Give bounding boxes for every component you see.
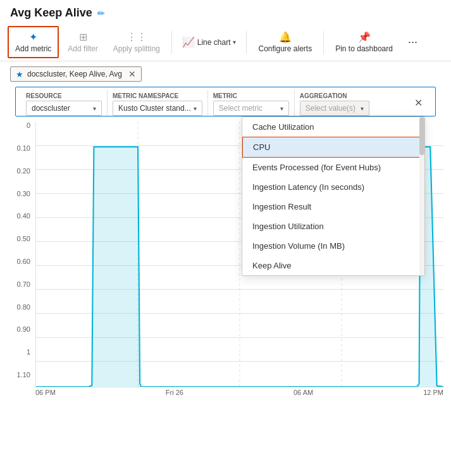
pin-to-dashboard-button[interactable]: 📌 Pin to dashboard xyxy=(329,27,399,57)
namespace-chevron: ▾ xyxy=(194,105,197,112)
tag-close-button[interactable]: ✕ xyxy=(128,69,136,79)
tag-icon: ★ xyxy=(16,70,23,79)
aggregation-dropdown[interactable]: Select value(s) ▾ xyxy=(300,101,369,116)
dropdown-item-4[interactable]: Ingestion Result xyxy=(242,197,424,216)
y-axis-label: 1 xyxy=(10,348,30,356)
metric-label: METRIC xyxy=(213,90,289,101)
resource-dropdown[interactable]: docscluster ▾ xyxy=(26,101,102,116)
metric-placeholder: Select metric xyxy=(219,104,263,113)
namespace-value: Kusto Cluster stand... xyxy=(118,104,191,113)
dropdown-item-5[interactable]: Ingestion Utilization xyxy=(242,216,424,236)
x-axis-label: Fri 26 xyxy=(166,389,183,396)
toolbar-separator-2 xyxy=(246,31,247,54)
col-sep-3 xyxy=(294,90,295,116)
configure-alerts-label: Configure alerts xyxy=(258,44,312,53)
toolbar: ✦ Add metric ⊞ Add filter ⋮⋮ Apply split… xyxy=(0,23,451,61)
x-axis: 06 PMFri 2606 AM12 PM xyxy=(35,387,443,398)
y-axis-label: 0.20 xyxy=(10,167,30,175)
resource-value: docscluster xyxy=(32,104,70,113)
y-axis-label: 1.10 xyxy=(10,371,30,379)
metric-chevron: ▾ xyxy=(280,105,283,112)
aggregation-placeholder: Select value(s) xyxy=(306,104,355,113)
y-axis-label: 0.90 xyxy=(10,325,30,333)
add-metric-label: Add metric xyxy=(15,44,51,53)
add-metric-icon: ✦ xyxy=(29,31,37,43)
dropdown-item-3[interactable]: Ingestion Latency (In seconds) xyxy=(242,177,424,197)
add-filter-label: Add filter xyxy=(68,44,97,53)
edit-icon[interactable]: ✏ xyxy=(97,8,105,18)
metric-tag: ★ docscluster, Keep Alive, Avg ✕ xyxy=(10,66,142,82)
resource-chevron: ▾ xyxy=(93,105,96,112)
namespace-column: METRIC NAMESPACE Kusto Cluster stand... … xyxy=(113,90,202,116)
line-chart-icon: 📈 xyxy=(182,36,195,48)
toolbar-separator-3 xyxy=(323,31,324,54)
line-chart-chevron[interactable]: ▾ xyxy=(233,39,236,46)
namespace-dropdown[interactable]: Kusto Cluster stand... ▾ xyxy=(113,101,202,116)
y-axis-label: 0.70 xyxy=(10,280,30,288)
resource-column: RESOURCE docscluster ▾ xyxy=(26,90,102,116)
line-chart-button[interactable]: 📈 Line chart ▾ xyxy=(177,32,242,52)
x-axis-label: 06 AM xyxy=(293,389,313,396)
pin-dashboard-label: Pin to dashboard xyxy=(335,44,393,53)
col-sep-2 xyxy=(207,90,208,116)
pin-icon: 📌 xyxy=(358,31,371,43)
metric-dropdown-menu: Cache UtilizationCPUEvents Processed (fo… xyxy=(242,116,425,276)
more-options-button[interactable]: ··· xyxy=(402,32,424,53)
col-sep-1 xyxy=(107,90,108,116)
y-axis-label: 0.50 xyxy=(10,235,30,242)
y-axis-label: 0.10 xyxy=(10,144,30,152)
add-filter-icon: ⊞ xyxy=(79,31,87,43)
x-axis-label: 12 PM xyxy=(423,389,443,396)
y-axis-label: 0.80 xyxy=(10,303,30,311)
close-selector-button[interactable]: ✕ xyxy=(412,94,425,111)
dropdown-item-6[interactable]: Ingestion Volume (In MB) xyxy=(242,236,424,256)
apply-splitting-icon: ⋮⋮ xyxy=(127,31,147,43)
metric-dropdown[interactable]: Select metric ▾ xyxy=(213,101,289,116)
tag-row: ★ docscluster, Keep Alive, Avg ✕ xyxy=(0,61,451,87)
configure-alerts-icon: 🔔 xyxy=(279,31,292,43)
resource-label: RESOURCE xyxy=(26,90,102,101)
namespace-label: METRIC NAMESPACE xyxy=(113,90,202,101)
configure-alerts-button[interactable]: 🔔 Configure alerts xyxy=(252,27,318,57)
metric-column: METRIC Select metric ▾ xyxy=(213,90,289,116)
y-axis-label: 0 xyxy=(10,122,30,129)
aggregation-label: AGGREGATION xyxy=(300,90,369,101)
line-chart-label: Line chart xyxy=(197,38,231,47)
dropdown-item-2[interactable]: Events Processed (for Event Hubs) xyxy=(242,158,424,177)
aggregation-column: AGGREGATION Select value(s) ▾ xyxy=(300,90,369,116)
y-axis-label: 0.60 xyxy=(10,258,30,265)
aggregation-chevron: ▾ xyxy=(361,105,364,112)
metric-selector-row: RESOURCE docscluster ▾ METRIC NAMESPACE … xyxy=(15,87,436,116)
x-axis-label: 06 PM xyxy=(35,389,56,396)
dropdown-item-7[interactable]: Keep Alive xyxy=(242,256,424,275)
dropdown-item-1[interactable]: CPU xyxy=(242,137,424,158)
add-filter-button[interactable]: ⊞ Add filter xyxy=(61,27,104,57)
apply-splitting-button[interactable]: ⋮⋮ Apply splitting xyxy=(107,27,166,57)
y-axis-label: 0.40 xyxy=(10,212,30,220)
dropdown-item-0[interactable]: Cache Utilization xyxy=(242,117,424,137)
page-title: Avg Keep Alive xyxy=(10,6,92,20)
y-axis: 1.1010.900.800.700.600.500.400.300.200.1… xyxy=(8,122,33,379)
tag-text: docscluster, Keep Alive, Avg xyxy=(27,70,122,78)
toolbar-separator-1 xyxy=(171,31,172,54)
apply-splitting-label: Apply splitting xyxy=(113,44,160,53)
add-metric-button[interactable]: ✦ Add metric xyxy=(8,26,59,58)
y-axis-label: 0.30 xyxy=(10,190,30,197)
